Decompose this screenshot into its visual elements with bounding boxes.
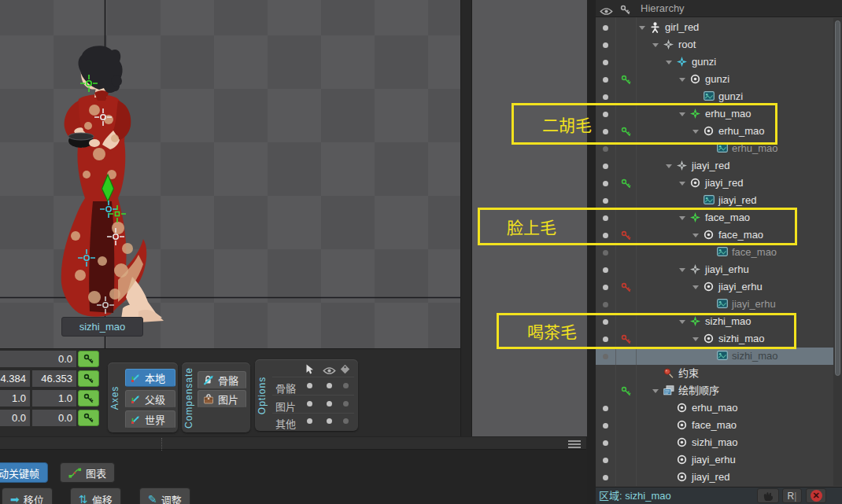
expander-triangle[interactable] <box>666 164 672 168</box>
visibility-dot[interactable] <box>603 250 608 256</box>
tree-item-label[interactable]: gunzi <box>692 53 716 71</box>
scale-x-field[interactable]: 1.0 <box>0 390 30 407</box>
expander-triangle[interactable] <box>666 61 672 64</box>
tree-item-label[interactable]: face_mao <box>732 244 777 261</box>
tree-item-label[interactable]: jiayi_erhu <box>705 261 749 278</box>
visibility-dot[interactable] <box>603 475 608 480</box>
visibility-dot[interactable] <box>603 181 608 186</box>
expander-triangle[interactable] <box>652 389 659 393</box>
visibility-dot[interactable] <box>603 285 608 290</box>
options-images-select-toggle[interactable] <box>307 401 312 407</box>
options-other-select-toggle[interactable] <box>307 418 312 424</box>
tree-row-skeleton-0[interactable]: girl_red <box>596 19 833 36</box>
key-icon[interactable] <box>616 278 636 296</box>
adjust-button[interactable]: ✎ 调整 <box>139 487 190 504</box>
visibility-dot[interactable] <box>603 423 608 429</box>
visibility-dot[interactable] <box>603 164 608 169</box>
tree-item-label[interactable]: erhu_mao <box>692 399 738 417</box>
shear-y-field[interactable]: 0.0 <box>32 410 76 426</box>
tree-item-label[interactable]: jiayi_red <box>692 157 729 175</box>
visibility-dot[interactable] <box>603 198 608 204</box>
tree-row-slot-9[interactable]: jiayi_red <box>596 175 833 192</box>
hierarchy-scrollbar[interactable] <box>833 18 842 486</box>
tree-row-slot-24[interactable]: sizhi_mao <box>596 434 833 451</box>
compensate-bones-button[interactable]: 骨骼 <box>198 371 246 389</box>
tree-item-label[interactable]: jiayi_erhu <box>732 296 776 313</box>
translate-x-field[interactable]: 4.384 <box>0 370 30 387</box>
tree-row-slot-26[interactable]: jiayi_red <box>596 469 833 486</box>
visibility-dot[interactable] <box>603 60 608 65</box>
options-images-label-toggle[interactable] <box>343 401 349 407</box>
tree-item-label[interactable]: jiayi_red <box>705 175 743 192</box>
tree-row-pin-20[interactable]: 约束 <box>596 365 833 382</box>
options-images-visible-toggle[interactable] <box>327 401 332 407</box>
scale-key-button[interactable] <box>78 390 99 407</box>
hierarchy-splitter[interactable] <box>587 0 596 504</box>
translate-key-button[interactable] <box>78 370 99 387</box>
graph-button[interactable]: 图表 <box>60 462 115 483</box>
expander-triangle[interactable] <box>679 182 685 186</box>
expander-triangle[interactable] <box>692 285 699 289</box>
options-bones-label-toggle[interactable] <box>343 383 349 388</box>
options-other-label-toggle[interactable] <box>343 418 349 424</box>
tree-row-slot-3[interactable]: gunzi <box>596 71 833 88</box>
axes-world-button[interactable]: 世界 <box>125 410 175 429</box>
tree-item-label[interactable]: root <box>678 36 696 53</box>
scene-canvas[interactable] <box>0 0 460 348</box>
menu-icon[interactable] <box>568 440 581 448</box>
character-illustration[interactable] <box>61 46 164 322</box>
tree-item-label[interactable]: sizhi_mao <box>732 348 778 365</box>
options-bones-visible-toggle[interactable] <box>327 383 332 388</box>
options-bones-select-toggle[interactable] <box>307 383 312 388</box>
tree-item-label[interactable]: face_mao <box>692 417 737 434</box>
tree-item-label[interactable]: 绘制顺序 <box>678 382 719 399</box>
expander-triangle[interactable] <box>679 268 685 272</box>
tree-row-image-19[interactable]: sizhi_mao <box>596 348 833 365</box>
tree-row-slot-22[interactable]: erhu_mao <box>596 399 833 417</box>
tree-row-bone-gray-1[interactable]: root <box>596 36 833 53</box>
tree-row-slot-25[interactable]: jiayi_erhu <box>596 451 833 469</box>
expander-triangle[interactable] <box>639 26 645 30</box>
key-icon[interactable] <box>616 175 636 192</box>
visibility-dot[interactable] <box>603 458 608 463</box>
expander-triangle[interactable] <box>652 43 659 47</box>
rotate-key-button[interactable] <box>78 351 99 367</box>
rename-button[interactable]: R| <box>782 488 802 503</box>
autokey-button[interactable]: 自动关键帧 <box>0 462 48 483</box>
shear-x-field[interactable]: 0.0 <box>0 410 30 426</box>
visibility-column-eye-icon[interactable] <box>600 5 613 19</box>
tree-row-bone-gray-14[interactable]: jiayi_erhu <box>596 261 833 278</box>
tree-item-label[interactable]: gunzi <box>705 71 729 88</box>
rotate-field[interactable]: 0.0 <box>0 351 76 367</box>
shift-button[interactable]: ➡ 移位 <box>2 487 53 504</box>
tree-row-draworder-21[interactable]: 绘制顺序 <box>596 382 833 399</box>
visibility-dot[interactable] <box>603 267 608 273</box>
tree-row-slot-23[interactable]: face_mao <box>596 417 833 434</box>
scrollbar-thumb[interactable] <box>835 20 840 376</box>
ghosting-tool-button[interactable] <box>757 488 779 503</box>
options-other-visible-toggle[interactable] <box>327 418 332 424</box>
tree-item-label[interactable]: jiayi_red <box>692 469 729 486</box>
scale-y-field[interactable]: 1.0 <box>32 390 76 407</box>
visibility-dot[interactable] <box>603 77 608 83</box>
offset-button[interactable]: ⇅ 偏移 <box>70 487 121 504</box>
visibility-dot[interactable] <box>603 25 608 31</box>
tree-row-image-16[interactable]: jiayi_erhu <box>596 296 833 313</box>
key-column-key-icon[interactable] <box>620 4 630 18</box>
translate-y-field[interactable]: 46.353 <box>32 370 76 387</box>
delete-button[interactable]: ✕ <box>806 488 826 503</box>
axes-local-button[interactable]: 本地 <box>125 369 175 387</box>
tree-item-label[interactable]: girl_red <box>665 19 699 36</box>
tree-row-image-10[interactable]: jiayi_red <box>596 192 833 209</box>
visibility-dot[interactable] <box>603 406 608 411</box>
visibility-dot[interactable] <box>603 440 608 446</box>
visibility-dot[interactable] <box>603 42 608 48</box>
tree-item-label[interactable]: jiayi_red <box>718 192 756 209</box>
visibility-dot[interactable] <box>603 94 608 100</box>
visibility-dot[interactable] <box>603 354 608 359</box>
tree-row-bone-cyan-2[interactable]: gunzi <box>596 53 833 71</box>
tree-item-label[interactable]: jiayi_erhu <box>718 278 763 296</box>
timeline-header-bar[interactable] <box>0 437 586 450</box>
tree-item-label[interactable]: sizhi_mao <box>692 434 738 451</box>
tree-row-bone-gray-8[interactable]: jiayi_red <box>596 157 833 175</box>
